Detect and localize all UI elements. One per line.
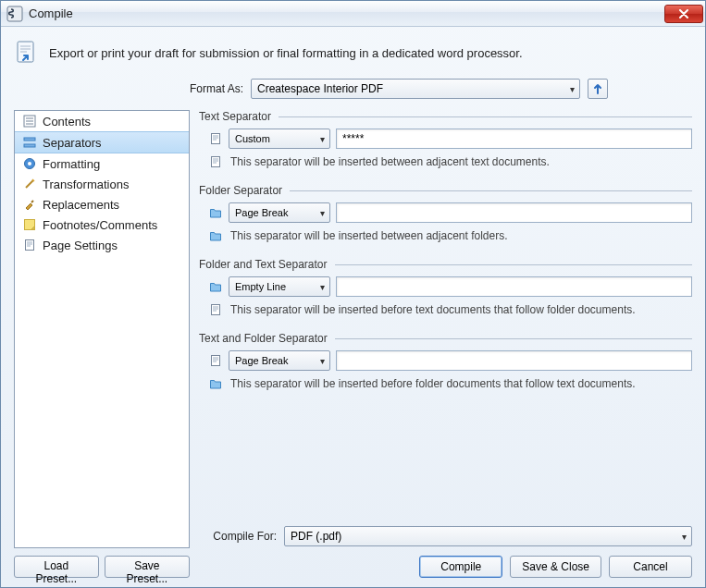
titlebar: Compile [1,1,705,27]
folder-separator-group: Folder Separator Page Break This separat… [199,184,692,247]
compile-dialog: Compile Export or print your draft for s… [0,0,706,588]
text-folder-separator-input[interactable] [336,350,692,371]
group-title: Text Separator [199,110,271,123]
svg-rect-8 [26,240,34,251]
sidebar-item-pagesettings[interactable]: Page Settings [15,235,189,255]
svg-rect-12 [212,356,220,366]
svg-point-6 [28,162,31,165]
sidebar-item-contents[interactable]: Contents [15,111,189,131]
format-as-label: Format As: [190,82,243,95]
sidebar: Contents Separators Formatting Transform… [14,110,190,578]
sidebar-item-label: Footnotes/Comments [43,218,157,232]
close-button[interactable] [664,5,703,23]
svg-rect-4 [24,144,35,147]
folder-text-separator-group: Folder and Text Separator Empty Line Thi… [199,258,692,321]
document-icon [208,302,223,317]
folder-icon [208,376,223,391]
svg-rect-3 [24,138,35,141]
format-as-select[interactable]: Createspace Interior PDF [251,79,580,99]
list-icon [22,114,37,129]
save-preset-button[interactable]: Save Preset... [105,556,190,578]
load-preset-button[interactable]: Load Preset... [14,556,99,578]
format-as-select-wrap: Createspace Interior PDF [251,79,580,99]
document-icon [208,154,223,169]
folder-separator-input[interactable] [336,202,692,223]
main-row: Contents Separators Formatting Transform… [14,110,692,578]
help-text: This separator will be inserted before t… [230,303,636,316]
group-title: Text and Folder Separator [199,332,328,345]
svg-rect-9 [212,134,220,144]
sidebar-item-label: Formatting [43,157,100,171]
export-preset-button[interactable] [588,79,608,99]
group-title: Folder Separator [199,184,282,197]
group-title: Folder and Text Separator [199,258,328,271]
compile-for-row: Compile For: PDF (.pdf) [199,526,692,546]
sidebar-item-replacements[interactable]: Replacements [15,194,189,214]
intro-text: Export or print your draft for submissio… [49,46,523,60]
sidebar-item-separators[interactable]: Separators [15,131,189,153]
save-close-button[interactable]: Save & Close [510,556,601,578]
folder-icon [208,279,223,294]
compile-for-label: Compile For: [199,530,277,543]
compile-button[interactable]: Compile [419,556,502,578]
folder-separator-mode[interactable]: Page Break [229,202,330,223]
sidebar-list[interactable]: Contents Separators Formatting Transform… [14,110,190,548]
sidebar-item-formatting[interactable]: Formatting [15,153,189,174]
formatting-icon [22,156,37,171]
settings-panel: Text Separator Custom This separator wil… [199,110,692,578]
sidebar-item-label: Contents [43,115,91,129]
tools-icon [22,197,37,212]
format-as-row: Format As: Createspace Interior PDF [14,79,692,99]
action-buttons: Compile Save & Close Cancel [199,556,692,578]
help-text: This separator will be inserted between … [230,155,550,168]
bottom-panel: Compile For: PDF (.pdf) Compile Save & C… [199,489,692,578]
help-text: This separator will be inserted between … [230,229,508,242]
folder-icon [208,205,223,220]
text-separator-input[interactable] [336,129,692,149]
window-title: Compile [29,6,664,20]
svg-rect-11 [212,305,220,315]
export-icon [14,40,40,66]
folder-icon [208,228,223,243]
help-text: This separator will be inserted before f… [230,377,636,390]
text-folder-separator-group: Text and Folder Separator Page Break Thi… [199,332,692,395]
sidebar-item-label: Separators [43,136,102,150]
document-icon [208,131,223,146]
svg-rect-10 [212,157,220,167]
page-icon [22,238,37,252]
sidebar-item-transformations[interactable]: Transformations [15,174,189,194]
text-folder-separator-mode[interactable]: Page Break [229,350,330,371]
cancel-button[interactable]: Cancel [609,556,692,578]
sidebar-item-label: Transformations [43,178,129,191]
dialog-content: Export or print your draft for submissio… [1,27,705,587]
folder-text-separator-input[interactable] [336,276,692,297]
compile-for-select[interactable]: PDF (.pdf) [284,526,692,546]
document-icon [208,353,223,368]
sidebar-item-label: Replacements [43,198,119,212]
text-separator-mode[interactable]: Custom [229,129,330,149]
folder-text-separator-mode[interactable]: Empty Line [229,276,330,297]
sidebar-item-footnotes[interactable]: Footnotes/Comments [15,214,189,235]
app-icon [6,6,23,22]
wand-icon [22,177,37,191]
intro-row: Export or print your draft for submissio… [14,40,692,66]
text-separator-group: Text Separator Custom This separator wil… [199,110,692,173]
note-icon [22,217,37,232]
separator-icon [22,135,37,150]
sidebar-item-label: Page Settings [43,239,118,252]
